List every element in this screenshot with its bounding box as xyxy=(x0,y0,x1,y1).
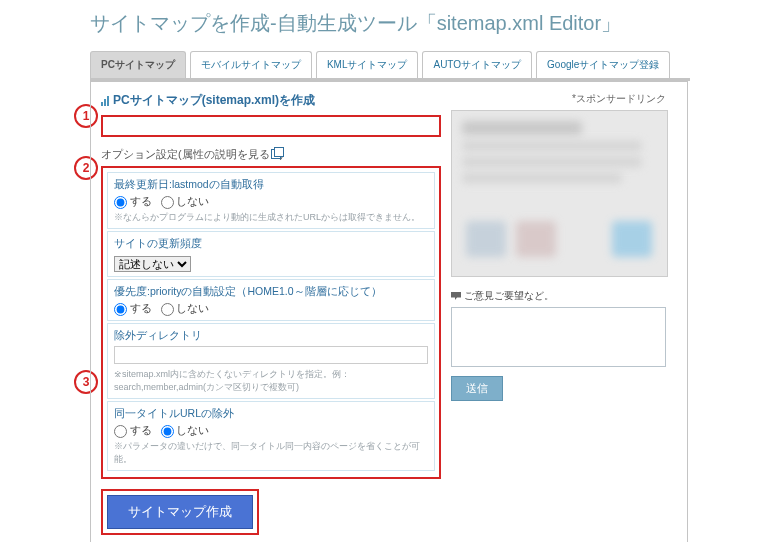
opt-lastmod: 最終更新日:lastmodの自動取得 する しない ※なんらかプログラムにより動… xyxy=(107,172,435,229)
sidebar-ad xyxy=(451,110,668,277)
sitemap-icon xyxy=(101,96,109,106)
feedback-title: ご意見ご要望など。 xyxy=(451,289,666,303)
opt-lastmod-yes[interactable]: する xyxy=(114,195,152,207)
attr-help-link[interactable] xyxy=(270,148,280,160)
main-panel: PCサイトマップ(sitemap.xml)を作成 オプション設定(属性の説明を見… xyxy=(90,81,688,542)
opt-sametitle-no[interactable]: しない xyxy=(161,424,210,436)
tab-kml-sitemap[interactable]: KMLサイトマップ xyxy=(316,51,419,78)
feedback-textarea[interactable] xyxy=(451,307,666,367)
opt-changefreq-title: サイトの更新頻度 xyxy=(114,237,428,251)
tab-mobile-sitemap[interactable]: モバイルサイトマップ xyxy=(190,51,312,78)
exclude-input[interactable] xyxy=(114,346,428,364)
opt-lastmod-title: 最終更新日:lastmodの自動取得 xyxy=(114,178,428,192)
opt-lastmod-note: ※なんらかプログラムにより動的に生成されたURLからは取得できません。 xyxy=(114,211,428,224)
sponsor-label: *スポンサードリンク xyxy=(451,92,666,106)
opt-sametitle: 同一タイトルURLの除外 する しない ※パラメータの違いだけで、同一タイトル同… xyxy=(107,401,435,471)
opt-lastmod-no[interactable]: しない xyxy=(161,195,210,207)
tabs: PCサイトマップ モバイルサイトマップ KMLサイトマップ AUTOサイトマップ… xyxy=(90,51,690,81)
opt-exclude-note: ※sitemap.xml内に含めたくないディレクトリを指定。例：search,m… xyxy=(114,368,428,394)
opt-exclude: 除外ディレクトリ ※sitemap.xml内に含めたくないディレクトリを指定。例… xyxy=(107,323,435,399)
create-sitemap-button[interactable]: サイトマップ作成 xyxy=(107,495,253,529)
opt-priority-no[interactable]: しない xyxy=(161,302,210,314)
opt-sametitle-yes[interactable]: する xyxy=(114,424,152,436)
tab-google-register[interactable]: Googleサイトマップ登録 xyxy=(536,51,670,78)
send-feedback-button[interactable]: 送信 xyxy=(451,376,503,401)
opt-changefreq: サイトの更新頻度 記述しない xyxy=(107,231,435,277)
options-heading: オプション設定(属性の説明を見る) xyxy=(101,147,441,162)
opt-sametitle-title: 同一タイトルURLの除外 xyxy=(114,407,428,421)
section-title-text: PCサイトマップ(sitemap.xml)を作成 xyxy=(113,92,315,109)
tab-pc-sitemap[interactable]: PCサイトマップ xyxy=(90,51,186,78)
external-link-icon xyxy=(271,149,281,159)
opt-priority-yes[interactable]: する xyxy=(114,302,152,314)
opt-priority: 優先度:priorityの自動設定（HOME1.0～階層に応じて） する しない xyxy=(107,279,435,321)
options-group: 最終更新日:lastmodの自動取得 する しない ※なんらかプログラムにより動… xyxy=(101,166,441,479)
url-input-box xyxy=(101,115,441,137)
section-title: PCサイトマップ(sitemap.xml)を作成 xyxy=(101,92,441,109)
page-title: サイトマップを作成-自動生成ツール「sitemap.xml Editor」 xyxy=(90,10,770,37)
opt-sametitle-note: ※パラメータの違いだけで、同一タイトル同一内容のページを省くことが可能。 xyxy=(114,440,428,466)
url-input[interactable] xyxy=(103,117,439,135)
tab-auto-sitemap[interactable]: AUTOサイトマップ xyxy=(422,51,532,78)
changefreq-select[interactable]: 記述しない xyxy=(114,256,191,272)
opt-exclude-title: 除外ディレクトリ xyxy=(114,329,428,343)
submit-box: サイトマップ作成 xyxy=(101,489,259,535)
opt-priority-title: 優先度:priorityの自動設定（HOME1.0～階層に応じて） xyxy=(114,285,428,299)
